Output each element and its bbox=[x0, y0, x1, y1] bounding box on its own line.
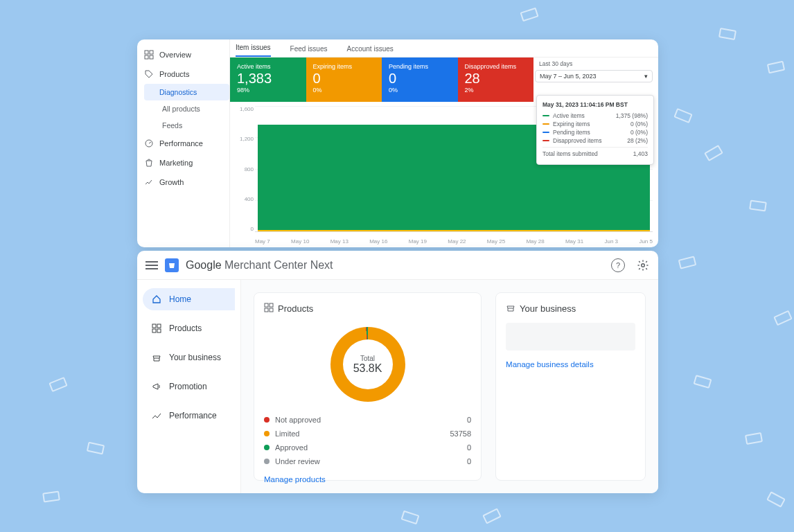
tooltip-value: 0 (0%) bbox=[630, 129, 648, 136]
stat-label: Disapproved items bbox=[465, 63, 527, 70]
x-tick: May 16 bbox=[369, 238, 387, 245]
dashboard-icon bbox=[144, 50, 154, 60]
products-donut-chart: Total 53.8K bbox=[330, 327, 405, 402]
svg-rect-6 bbox=[152, 324, 156, 328]
manage-business-link[interactable]: Manage business details bbox=[506, 360, 635, 369]
tag-icon bbox=[144, 69, 154, 79]
google-merchant-logo bbox=[165, 258, 179, 272]
stat-value: 1,383 bbox=[237, 70, 299, 87]
donut-value: 53.8K bbox=[353, 362, 382, 375]
dash-icon bbox=[542, 132, 549, 133]
nav-label: Performance bbox=[159, 139, 203, 148]
nav-overview[interactable]: Overview bbox=[137, 45, 229, 64]
dash-icon bbox=[542, 140, 549, 141]
svg-rect-12 bbox=[265, 308, 268, 312]
nav-promotion[interactable]: Promotion bbox=[143, 375, 235, 398]
app-title: Google Merchant Center Next bbox=[186, 259, 333, 272]
sidebar-nav: Overview Products Diagnostics All produc… bbox=[137, 39, 230, 247]
legend-label: Not approved bbox=[275, 416, 321, 424]
tooltip-value: 28 (2%) bbox=[627, 137, 648, 144]
tooltip-total-value: 1,403 bbox=[633, 150, 648, 157]
chart-tooltip: May 31, 2023 11:04:16 PM BST Active item… bbox=[536, 95, 654, 165]
nav-home[interactable]: Home bbox=[143, 288, 235, 310]
svg-rect-13 bbox=[270, 308, 273, 312]
x-tick: May 25 bbox=[487, 238, 505, 245]
speedometer-icon bbox=[144, 139, 154, 148]
stat-card-pending[interactable]: Pending items 0 0% bbox=[382, 57, 458, 102]
nav-marketing[interactable]: Marketing bbox=[137, 153, 229, 172]
dot-icon bbox=[264, 417, 270, 423]
svg-rect-1 bbox=[150, 51, 153, 54]
nav-performance[interactable]: Performance bbox=[137, 134, 229, 153]
help-button[interactable]: ? bbox=[611, 258, 625, 272]
panel-header: Your business bbox=[506, 303, 635, 314]
svg-rect-0 bbox=[145, 51, 148, 54]
tab-item-issues[interactable]: Item issues bbox=[236, 44, 271, 57]
x-tick: May 10 bbox=[291, 238, 309, 245]
x-tick: Jun 3 bbox=[604, 238, 618, 245]
tab-feed-issues[interactable]: Feed issues bbox=[290, 45, 328, 57]
store-icon bbox=[151, 352, 162, 363]
dash-icon bbox=[542, 115, 549, 116]
svg-rect-2 bbox=[145, 55, 148, 59]
nav-growth[interactable]: Growth bbox=[137, 172, 229, 192]
y-axis: 1,600 1,200 800 400 0 bbox=[234, 106, 254, 232]
growth-icon bbox=[144, 177, 154, 187]
date-range-select[interactable]: May 7 – Jun 5, 2023 ▾ bbox=[535, 70, 653, 82]
manage-products-link[interactable]: Manage products bbox=[264, 475, 471, 484]
y-tick: 1,600 bbox=[234, 106, 254, 112]
title-rest: Merchant Center Next bbox=[222, 259, 333, 271]
issues-tabs: Item issues Feed issues Account issues bbox=[230, 39, 658, 57]
nav-products[interactable]: Products bbox=[137, 64, 229, 84]
stat-card-active[interactable]: Active items 1,383 98% bbox=[230, 57, 306, 102]
business-content-placeholder bbox=[506, 323, 635, 351]
your-business-panel: Your business Manage business details bbox=[495, 292, 646, 481]
merchant-center-next-card: Google Merchant Center Next ? Home Produ… bbox=[137, 251, 658, 493]
stat-card-disapproved[interactable]: Disapproved items 28 2% bbox=[458, 57, 534, 102]
subnav-all-products[interactable]: All products bbox=[159, 100, 229, 117]
nav-label: Performance bbox=[169, 411, 217, 420]
tab-account-issues[interactable]: Account issues bbox=[347, 45, 394, 57]
tooltip-label: Expiring items bbox=[553, 121, 590, 127]
stat-pct: 0% bbox=[313, 87, 376, 94]
chevron-down-icon: ▾ bbox=[644, 73, 648, 80]
x-tick: May 7 bbox=[255, 238, 270, 245]
y-tick: 800 bbox=[234, 166, 254, 172]
dash-icon bbox=[542, 123, 549, 125]
subnav-diagnostics[interactable]: Diagnostics bbox=[144, 84, 229, 100]
stat-pct: 0% bbox=[389, 87, 451, 94]
svg-rect-3 bbox=[150, 55, 153, 59]
x-axis: May 7 May 10 May 13 May 16 May 19 May 22… bbox=[255, 238, 653, 245]
tooltip-label: Disapproved items bbox=[553, 137, 601, 144]
stat-label: Active items bbox=[237, 63, 299, 70]
legend-value: 0 bbox=[467, 416, 471, 424]
nav-products[interactable]: Products bbox=[143, 317, 235, 339]
nav-label: Growth bbox=[159, 178, 184, 186]
legend-value: 0 bbox=[467, 443, 471, 452]
legend-label: Limited bbox=[275, 429, 299, 438]
legend-label: Under review bbox=[275, 457, 320, 466]
merchant-center-diagnostics-card: Overview Products Diagnostics All produc… bbox=[137, 39, 658, 247]
svg-rect-10 bbox=[265, 303, 268, 307]
nav-your-business[interactable]: Your business bbox=[143, 346, 235, 369]
menu-button[interactable] bbox=[145, 259, 158, 272]
store-icon bbox=[506, 303, 515, 314]
dot-icon bbox=[264, 459, 270, 464]
grid-icon bbox=[151, 323, 162, 334]
stat-card-expiring[interactable]: Expiring items 0 0% bbox=[306, 57, 382, 102]
tooltip-label: Active items bbox=[553, 112, 585, 119]
home-main: Products Total 53.8K Not approved0 Limit… bbox=[241, 280, 658, 493]
chart-line-icon bbox=[151, 410, 162, 421]
settings-button[interactable] bbox=[636, 258, 650, 272]
x-tick: May 13 bbox=[330, 238, 349, 245]
tooltip-header: May 31, 2023 11:04:16 PM BST bbox=[542, 101, 648, 108]
sidebar-nav: Home Products Your business Promotion Pe… bbox=[137, 280, 241, 493]
svg-rect-11 bbox=[270, 303, 273, 307]
nav-label: Marketing bbox=[159, 159, 193, 167]
stat-label: Pending items bbox=[389, 63, 451, 70]
nav-performance[interactable]: Performance bbox=[143, 405, 235, 427]
tooltip-total-label: Total items submitted bbox=[542, 150, 598, 157]
subnav-feeds[interactable]: Feeds bbox=[159, 117, 229, 134]
stat-value: 0 bbox=[313, 70, 376, 87]
date-range-value: May 7 – Jun 5, 2023 bbox=[540, 73, 597, 80]
